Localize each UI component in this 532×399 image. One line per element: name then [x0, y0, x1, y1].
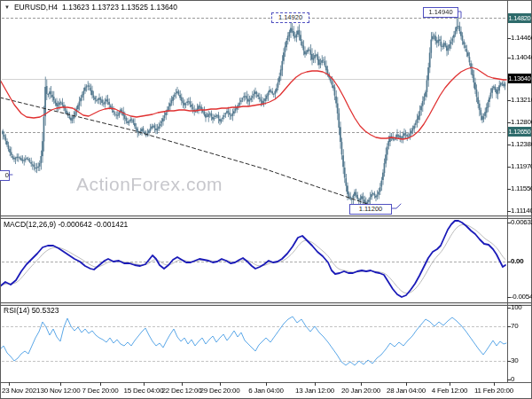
rsi-indicator-header: RSI(14) 50.5323 [4, 306, 59, 315]
symbol-label: EURUSD,H4 [14, 3, 58, 12]
price-axis-label: 1.12380 [511, 140, 532, 148]
current-price-box: 1.13640 [508, 74, 531, 83]
x-axis-label: 22 Dec 12:00 [161, 387, 201, 395]
macd-axis-label: 0.00 [511, 257, 523, 265]
chart-canvas[interactable] [0, 0, 532, 399]
rsi-axis-label: 70 [511, 322, 518, 330]
rsi-axis-label: 0 [511, 375, 514, 383]
x-axis-label: 4 Feb 12:00 [432, 387, 468, 395]
x-axis-label: 23 Nov 2021 [2, 387, 40, 395]
x-axis-label: 20 Jan 20:00 [341, 387, 380, 395]
price-axis-label: 1.11550 [511, 184, 532, 192]
x-axis-label: 13 Jan 12:00 [295, 387, 334, 395]
x-axis-label: 29 Dec 20:00 [200, 387, 239, 395]
price-callout-high-dashed: 1.14920 [271, 12, 309, 23]
level-price-box: 1.14820 [508, 13, 531, 23]
price-axis-label: 1.13210 [511, 96, 532, 104]
x-axis-label: 15 Dec 04:00 [123, 387, 163, 395]
price-callout-high: 1.14940 [423, 7, 458, 18]
x-axis-label: 28 Jan 04:00 [387, 387, 426, 395]
price-axis-label: 1.14460 [511, 34, 532, 42]
rsi-axis-label: 100 [511, 303, 521, 311]
x-axis-label: 30 Nov 12:00 [40, 387, 80, 395]
price-axis-label: 1.12800 [511, 118, 532, 126]
macd-axis-label: -0.005455 [511, 293, 532, 301]
symbol-dropdown-icon[interactable]: ▼ [4, 4, 10, 11]
watermark: ActionForex.com [76, 174, 223, 195]
x-axis-label: 7 Dec 20:00 [82, 387, 119, 395]
price-axis-label: 1.14040 [511, 53, 532, 61]
price-callout-left-edge: 0 [0, 170, 10, 181]
trading-chart-window: ▼ EURUSD,H4 1.13623 1.13723 1.13525 1.13… [0, 0, 532, 399]
symbol-info-bar: ▼ EURUSD,H4 1.13623 1.13723 1.13525 1.13… [4, 3, 177, 12]
ohlc-values: 1.13623 1.13723 1.13525 1.13640 [62, 3, 177, 12]
price-axis-label: 1.11970 [511, 162, 532, 170]
macd-indicator-header: MACD(12,26,9) -0.000642 -0.001421 [4, 220, 128, 229]
level-price-box: 1.12650 [508, 127, 531, 137]
rsi-axis-label: 30 [511, 356, 518, 364]
price-axis-label: 1.11140 [511, 207, 532, 215]
x-axis-label: 6 Jan 04:00 [248, 387, 284, 395]
macd-axis-label: 0.00632 [511, 218, 532, 226]
price-callout-low: 1.11200 [349, 204, 392, 215]
x-axis-label: 11 Feb 20:00 [474, 387, 513, 395]
